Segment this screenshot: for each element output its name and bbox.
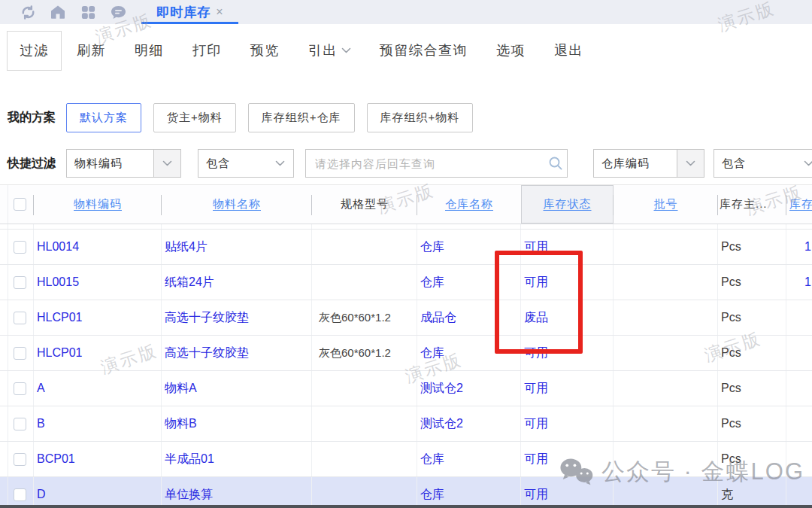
tab-close-icon[interactable]: ×	[216, 6, 223, 18]
cell-name: 纸箱24片	[162, 265, 312, 300]
table-row[interactable]: HL0015纸箱24片仓库可用Pcs1	[0, 265, 812, 300]
filter-search-input[interactable]	[306, 157, 544, 170]
grid-row-partial	[0, 224, 812, 230]
home-icon[interactable]	[49, 3, 67, 21]
scheme-button-owner-material[interactable]: 货主+物料	[153, 103, 236, 132]
cell-spec: 灰色60*60*1.2	[312, 300, 417, 335]
message-icon[interactable]	[109, 3, 127, 21]
cell-value[interactable]: 纸箱24片	[165, 275, 214, 291]
cell-value[interactable]: 贴纸4片	[165, 239, 208, 255]
cell-value[interactable]: 仓库	[420, 239, 444, 255]
cell-name: 高选十子纹胶垫	[162, 300, 312, 335]
column-header-code[interactable]: 物料编码	[34, 185, 162, 224]
cell-name: 单位换算	[162, 477, 312, 508]
cell-value[interactable]: HL0015	[37, 275, 79, 289]
table-row[interactable]: D单位换算仓库可用克	[0, 477, 812, 508]
cell-name: 贴纸4片	[162, 230, 312, 264]
scheme-button-org-warehouse[interactable]: 库存组织+仓库	[248, 103, 355, 132]
cell-value[interactable]: 1	[804, 275, 811, 289]
cell-value[interactable]: D	[37, 488, 46, 501]
cell-value[interactable]: 半成品01	[165, 452, 214, 467]
scheme-button-org-material[interactable]: 库存组织+物料	[367, 103, 474, 132]
row-checkbox[interactable]	[14, 382, 26, 395]
column-header-qty[interactable]: 库存量	[786, 185, 812, 224]
cell-wh: 测试仓2	[417, 371, 521, 406]
cell-qty: 1	[786, 265, 812, 300]
cell-value[interactable]: HL0014	[37, 240, 79, 254]
tab-instant-inventory[interactable]: 即时库存 ×	[141, 0, 238, 24]
column-header-spec[interactable]: 规格型号	[312, 185, 417, 224]
cell-value[interactable]: 物料B	[165, 416, 197, 432]
cell-value[interactable]: 仓库	[420, 275, 444, 291]
cell-name: 物料B	[162, 406, 312, 441]
cell-value[interactable]: B	[37, 417, 45, 430]
cell-value[interactable]: 仓库	[420, 345, 444, 361]
toolbar-button-filter[interactable]: 过滤	[7, 31, 62, 71]
row-checkbox[interactable]	[14, 488, 26, 501]
search-icon[interactable]	[544, 156, 567, 171]
filter-field-select[interactable]: 物料编码	[66, 149, 181, 178]
table-row[interactable]: BCP01半成品01仓库可用Pcs	[0, 442, 812, 477]
cell-qty	[786, 336, 812, 370]
cell-value[interactable]: 高选十子纹胶垫	[165, 345, 249, 361]
cell-value[interactable]: 仓库	[420, 487, 444, 503]
column-header-status[interactable]: 库存状态	[521, 185, 614, 224]
table-row[interactable]: B物料B测试仓2可用Pcs	[0, 406, 812, 442]
cell-value[interactable]: 1	[804, 240, 811, 254]
cell-value[interactable]: 物料A	[165, 381, 197, 397]
cell-value[interactable]: 可用	[524, 452, 548, 467]
cell-value[interactable]: 可用	[524, 381, 548, 397]
cell-value[interactable]: 测试仓2	[420, 381, 463, 397]
row-checkbox[interactable]	[14, 453, 26, 466]
cell-value[interactable]: 单位换算	[165, 487, 213, 503]
scheme-button-default[interactable]: 默认方案	[66, 103, 141, 132]
row-checkbox[interactable]	[14, 241, 26, 254]
column-header-label: 物料编码	[74, 197, 122, 211]
table-row[interactable]: HLCP01高选十子纹胶垫灰色60*60*1.2成品仓废品Pcs	[0, 300, 812, 336]
select-all-checkbox[interactable]	[14, 198, 26, 211]
column-header-unit[interactable]: 库存主...	[718, 185, 786, 224]
toolbar-button-preview[interactable]: 预览	[250, 41, 280, 59]
cell-value[interactable]: HLCP01	[37, 346, 82, 360]
cell-qty	[786, 442, 812, 476]
cell-name: 物料A	[162, 371, 312, 406]
toolbar-button-print[interactable]: 打印	[192, 41, 222, 59]
cell-value[interactable]: 高选十子纹胶垫	[165, 310, 249, 326]
warehouse-field-select[interactable]: 仓库编码	[593, 149, 704, 178]
cell-value[interactable]: 测试仓2	[420, 416, 463, 432]
toolbar-button-options[interactable]: 选项	[496, 41, 526, 59]
cell-value[interactable]: 可用	[524, 487, 548, 503]
cell-value[interactable]: BCP01	[37, 452, 75, 466]
table-row[interactable]: HL0014贴纸4片仓库可用Pcs1	[0, 230, 812, 265]
cell-value[interactable]: 仓库	[420, 452, 444, 467]
filter-operator-select[interactable]: 包含	[198, 149, 294, 178]
column-header-batch[interactable]: 批号	[614, 185, 718, 224]
cell-batch	[614, 406, 718, 441]
apps-grid-icon[interactable]	[79, 3, 97, 21]
toolbar-button-refresh[interactable]: 刷新	[77, 41, 106, 59]
column-header-wh[interactable]: 仓库名称	[417, 185, 521, 224]
row-checkbox[interactable]	[14, 347, 26, 360]
annotation-red-box	[495, 251, 583, 354]
table-row[interactable]: HLCP01高选十子纹胶垫灰色60*60*1.2仓库可用Pcs	[0, 336, 812, 371]
toolbar-button-detail[interactable]: 明细	[135, 41, 164, 59]
row-checkbox[interactable]	[14, 418, 26, 430]
table-row[interactable]: A物料A测试仓2可用Pcs	[0, 371, 812, 406]
cell-code: HL0015	[34, 265, 162, 300]
toolbar-button-exit[interactable]: 退出	[554, 41, 583, 59]
toolbar-button-label: 过滤	[20, 41, 49, 59]
toolbar-button-export[interactable]: 引出	[308, 41, 351, 59]
cell-value[interactable]: 可用	[524, 416, 548, 432]
row-checkbox[interactable]	[14, 312, 26, 324]
cell-value[interactable]: HLCP01	[37, 311, 82, 324]
toolbar-button-reserve-query[interactable]: 预留综合查询	[380, 41, 468, 59]
column-header-label: 库存主...	[720, 197, 768, 211]
row-checkbox[interactable]	[14, 276, 26, 289]
cell-code: BCP01	[34, 442, 162, 476]
cell-value[interactable]: 成品仓	[420, 310, 456, 326]
column-header-name[interactable]: 物料名称	[162, 185, 312, 224]
warehouse-operator-select[interactable]: 包含	[714, 149, 812, 178]
sync-logo-icon[interactable]	[19, 3, 37, 21]
toolbar-button-label: 引出	[308, 41, 338, 59]
cell-value[interactable]: A	[37, 382, 45, 395]
